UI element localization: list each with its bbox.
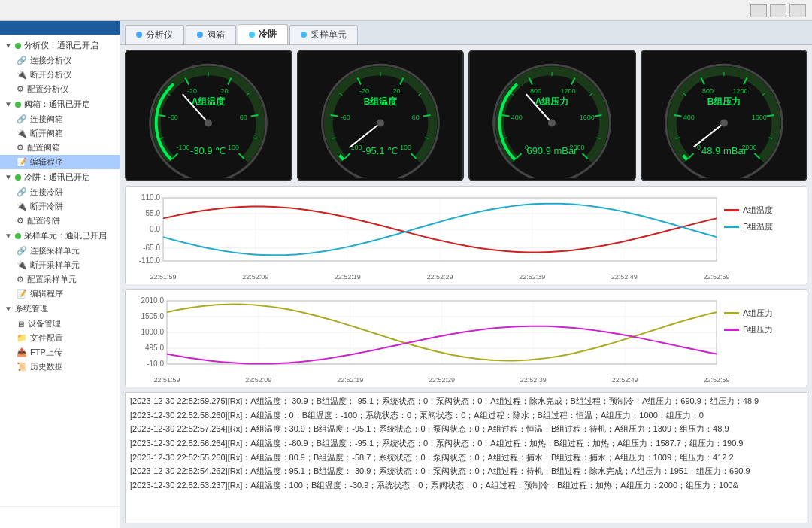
log-line: [2023-12-30 22:52:53.237][Rx]：A组温度：100；B… [130, 478, 802, 493]
sidebar: ▼ 分析仪：通讯已开启 🔗连接分析仪 🔌断开分析仪 ⚙配置分析仪 ▼ [0, 21, 120, 528]
sidebar-item-device-mgmt[interactable]: 🖥设备管理 [0, 317, 120, 331]
tree-group-analyzer: ▼ 分析仪：通讯已开启 🔗连接分析仪 🔌断开分析仪 ⚙配置分析仪 [0, 38, 120, 96]
chart-temperature [125, 186, 807, 284]
tree-group-cold: ▼ 冷阱：通讯已开启 🔗连接冷阱 🔌断开冷阱 ⚙配置冷阱 [0, 169, 120, 228]
item-icon: 🔗 [17, 187, 27, 197]
gauge-canvas-b-temp [309, 53, 452, 178]
sidebar-time-weekday [6, 513, 114, 522]
sidebar-item-disconnect-valve[interactable]: 🔌断开阀箱 [0, 126, 120, 141]
sidebar-item-edit-sample[interactable]: 📝编辑程序 [0, 287, 120, 301]
tab-dot-analyzer [136, 32, 142, 38]
group-label-valve: 阀箱：通讯已开启 [24, 99, 90, 110]
sidebar-item-config-sample[interactable]: ⚙配置采样单元 [0, 272, 120, 287]
item-icon: ⚙ [17, 143, 24, 153]
item-icon: 🔌 [17, 260, 27, 270]
item-icon: 🔌 [17, 129, 27, 138]
tab-label-analyzer: 分析仪 [146, 29, 173, 41]
tab-dot-sample [301, 32, 307, 38]
maximize-button[interactable] [770, 4, 786, 17]
charts-area [125, 186, 807, 387]
status-dot-sample [15, 233, 21, 239]
tree-group-header-valve[interactable]: ▼ 阀箱：通讯已开启 [0, 96, 120, 112]
logo-area [0, 21, 120, 35]
tab-dot-valve [197, 32, 203, 38]
tree-group-system: ▼ 系统管理 🖥设备管理 📁文件配置 📤FTP上传 📜历史数据 [0, 301, 120, 374]
sidebar-item-connect-analyzer[interactable]: 🔗连接分析仪 [0, 53, 120, 68]
status-dot-cold [15, 174, 21, 181]
window-controls [750, 4, 806, 17]
log-line: [2023-12-30 22:52:58.260][Rx]：A组温度：0；B组温… [130, 408, 802, 423]
gauge-canvas-a-temp [137, 53, 280, 178]
sidebar-item-connect-sample[interactable]: 🔗连接采样单元 [0, 244, 120, 258]
gauge-canvas-a-pressure [480, 53, 623, 178]
gauge-b-temp [297, 50, 465, 181]
sidebar-item-connect-valve[interactable]: 🔗连接阀箱 [0, 112, 120, 126]
gauges-row [125, 50, 807, 181]
tree-group-header-cold[interactable]: ▼ 冷阱：通讯已开启 [0, 169, 120, 185]
close-button[interactable] [789, 4, 806, 17]
item-icon: 📤 [17, 347, 27, 357]
item-icon: 🔌 [17, 202, 27, 211]
sidebar-item-disconnect-sample[interactable]: 🔌断开采样单元 [0, 258, 120, 272]
tab-valve[interactable]: 阀箱 [186, 25, 236, 44]
sidebar-item-ftp[interactable]: 📤FTP上传 [0, 345, 120, 360]
group-label-system: 系统管理 [15, 303, 48, 314]
sidebar-item-edit-valve[interactable]: 📝编辑程序 [0, 155, 120, 169]
minimize-button[interactable] [750, 4, 767, 17]
tab-analyzer[interactable]: 分析仪 [125, 25, 184, 44]
tab-label-cold: 冷阱 [259, 28, 277, 41]
sidebar-item-config-valve[interactable]: ⚙配置阀箱 [0, 141, 120, 155]
main-container: ▼ 分析仪：通讯已开启 🔗连接分析仪 🔌断开分析仪 ⚙配置分析仪 ▼ [0, 21, 812, 528]
sidebar-item-disconnect-analyzer[interactable]: 🔌断开分析仪 [0, 68, 120, 82]
tab-dot-cold [249, 32, 255, 38]
content-area: 分析仪 阀箱 冷阱 采样单元 [120, 21, 812, 528]
arrow-icon: ▼ [5, 232, 12, 240]
chart-canvas-pressure [126, 290, 807, 387]
gauge-a-pressure [468, 50, 636, 181]
sidebar-item-config-cold[interactable]: ⚙配置冷阱 [0, 214, 120, 228]
item-icon: ⚙ [17, 216, 24, 226]
chart-pressure [125, 289, 807, 387]
sidebar-item-disconnect-cold[interactable]: 🔌断开冷阱 [0, 199, 120, 214]
item-icon: 📁 [17, 333, 27, 343]
log-line: [2023-12-30 22:52:54.262][Rx]：A组温度：95.1；… [130, 464, 802, 478]
gauge-a-temp [125, 50, 292, 181]
item-icon: 📜 [17, 362, 27, 372]
log-area[interactable]: [2023-12-30 22:52:59.275][Rx]：A组温度：-30.9… [125, 392, 807, 523]
item-icon: ⚙ [17, 84, 24, 94]
tab-label-sample: 采样单元 [311, 29, 347, 41]
tab-sample[interactable]: 采样单元 [289, 25, 358, 44]
status-dot-analyzer [15, 43, 21, 49]
sidebar-item-config-analyzer[interactable]: ⚙配置分析仪 [0, 82, 120, 96]
status-dot-valve [15, 102, 21, 108]
tree-group-header-analyzer[interactable]: ▼ 分析仪：通讯已开启 [0, 38, 120, 53]
tree-group-sample: ▼ 采样单元：通讯已开启 🔗连接采样单元 🔌断开采样单元 ⚙配置采样单元 📝编辑… [0, 228, 120, 301]
chart-canvas-temperature [126, 187, 807, 284]
sidebar-datetime [0, 506, 120, 528]
sidebar-tree: ▼ 分析仪：通讯已开启 🔗连接分析仪 🔌断开分析仪 ⚙配置分析仪 ▼ [0, 35, 120, 506]
arrow-icon: ▼ [5, 173, 12, 181]
gauge-b-pressure [641, 50, 808, 181]
sidebar-item-connect-cold[interactable]: 🔗连接冷阱 [0, 185, 120, 199]
sidebar-item-history[interactable]: 📜历史数据 [0, 360, 120, 374]
tree-group-header-sample[interactable]: ▼ 采样单元：通讯已开启 [0, 228, 120, 244]
arrow-icon: ▼ [5, 100, 12, 108]
tab-cold[interactable]: 冷阱 [238, 24, 288, 44]
sidebar-item-file-config[interactable]: 📁文件配置 [0, 331, 120, 345]
tree-group-valve: ▼ 阀箱：通讯已开启 🔗连接阀箱 🔌断开阀箱 ⚙配置阀箱 📝编辑程序 [0, 96, 120, 169]
item-icon: 🔗 [17, 246, 27, 256]
tab-bar: 分析仪 阀箱 冷阱 采样单元 [120, 21, 812, 45]
arrow-icon: ▼ [5, 305, 12, 313]
item-icon: 🔌 [17, 70, 27, 80]
log-line: [2023-12-30 22:52:57.264][Rx]：A组温度：30.9；… [130, 422, 802, 436]
item-icon: 🔗 [17, 114, 27, 124]
arrow-icon: ▼ [5, 41, 12, 50]
tree-group-header-system[interactable]: ▼ 系统管理 [0, 301, 120, 317]
group-label-sample: 采样单元：通讯已开启 [24, 230, 107, 241]
item-icon: 🔗 [17, 56, 27, 65]
item-icon: 📝 [17, 289, 27, 299]
group-label-analyzer: 分析仪：通讯已开启 [24, 40, 98, 51]
log-line: [2023-12-30 22:52:55.260][Rx]：A组温度：80.9；… [130, 451, 802, 465]
log-line: [2023-12-30 22:52:59.275][Rx]：A组温度：-30.9… [130, 394, 802, 408]
item-icon: 📝 [17, 157, 27, 167]
